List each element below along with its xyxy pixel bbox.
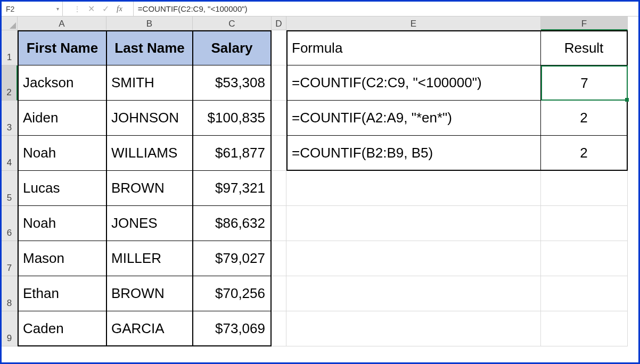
cell-E2[interactable]: =COUNTIF(C2:C9, "<100000") bbox=[286, 65, 541, 101]
fx-icon[interactable]: fx bbox=[117, 4, 122, 13]
col-head-C[interactable]: C bbox=[193, 16, 272, 30]
col-head-D[interactable]: D bbox=[272, 16, 286, 30]
more-icon: ⋮ bbox=[73, 5, 80, 13]
cell-D2[interactable] bbox=[272, 65, 286, 101]
formula-text: =COUNTIF(C2:C9, "<100000") bbox=[138, 4, 248, 13]
cell-B4[interactable]: WILLIAMS bbox=[106, 136, 193, 171]
cell-D7[interactable] bbox=[272, 241, 286, 276]
cell-D4[interactable] bbox=[272, 136, 286, 171]
cell-E3[interactable]: =COUNTIF(A2:A9, "*en*") bbox=[286, 101, 541, 136]
row-head-4[interactable]: 4 bbox=[2, 136, 18, 171]
cell-F9[interactable] bbox=[541, 311, 628, 346]
cell-E6[interactable] bbox=[286, 206, 541, 241]
col-head-E[interactable]: E bbox=[286, 16, 541, 30]
cell-D5[interactable] bbox=[272, 171, 286, 206]
cancel-icon[interactable]: ✕ bbox=[88, 4, 95, 14]
cell-C3[interactable]: $100,835 bbox=[193, 101, 272, 136]
cell-A3[interactable]: Aiden bbox=[18, 101, 106, 136]
formula-bar: F2 ▾ ⋮ ✕ ✓ fx =COUNTIF(C2:C9, "<100000") bbox=[2, 2, 638, 16]
cell-D9[interactable] bbox=[272, 311, 286, 346]
col-head-A[interactable]: A bbox=[18, 16, 106, 30]
formula-input[interactable]: =COUNTIF(C2:C9, "<100000") bbox=[134, 2, 638, 16]
row-head-9[interactable]: 9 bbox=[2, 311, 18, 346]
cell-F5[interactable] bbox=[541, 171, 628, 206]
cell-A8[interactable]: Ethan bbox=[18, 276, 106, 311]
cell-A9[interactable]: Caden bbox=[18, 311, 106, 346]
cell-E5[interactable] bbox=[286, 171, 541, 206]
formula-bar-buttons: ⋮ ✕ ✓ fx bbox=[63, 2, 134, 16]
cell-F8[interactable] bbox=[541, 276, 628, 311]
name-box-value: F2 bbox=[6, 5, 14, 13]
row-head-8[interactable]: 8 bbox=[2, 276, 18, 311]
row-head-2[interactable]: 2 bbox=[2, 65, 18, 101]
cell-E1[interactable]: Formula bbox=[286, 30, 541, 65]
cell-D8[interactable] bbox=[272, 276, 286, 311]
cell-D1[interactable] bbox=[272, 30, 286, 65]
col-head-B[interactable]: B bbox=[106, 16, 193, 30]
cell-A7[interactable]: Mason bbox=[18, 241, 106, 276]
cell-B1[interactable]: Last Name bbox=[106, 30, 193, 65]
cell-D3[interactable] bbox=[272, 101, 286, 136]
cell-F2[interactable]: 7 bbox=[541, 65, 628, 101]
cell-C1[interactable]: Salary bbox=[193, 30, 272, 65]
cell-A5[interactable]: Lucas bbox=[18, 171, 106, 206]
cell-F7[interactable] bbox=[541, 241, 628, 276]
row-head-7[interactable]: 7 bbox=[2, 241, 18, 276]
cell-B9[interactable]: GARCIA bbox=[106, 311, 193, 346]
cell-E9[interactable] bbox=[286, 311, 541, 346]
row-head-5[interactable]: 5 bbox=[2, 171, 18, 206]
cell-F6[interactable] bbox=[541, 206, 628, 241]
spreadsheet-grid[interactable]: A B C D E F 1 First Name Last Name Salar… bbox=[2, 16, 638, 346]
cell-A2[interactable]: Jackson bbox=[18, 65, 106, 101]
select-all-corner[interactable] bbox=[2, 16, 18, 30]
cell-D6[interactable] bbox=[272, 206, 286, 241]
cell-B8[interactable]: BROWN bbox=[106, 276, 193, 311]
cell-B7[interactable]: MILLER bbox=[106, 241, 193, 276]
cell-F3[interactable]: 2 bbox=[541, 101, 628, 136]
cell-E4[interactable]: =COUNTIF(B2:B9, B5) bbox=[286, 136, 541, 171]
cell-C9[interactable]: $73,069 bbox=[193, 311, 272, 346]
cell-E7[interactable] bbox=[286, 241, 541, 276]
cell-A1[interactable]: First Name bbox=[18, 30, 106, 65]
row-head-6[interactable]: 6 bbox=[2, 206, 18, 241]
dropdown-icon[interactable]: ▾ bbox=[56, 6, 59, 12]
cell-C7[interactable]: $79,027 bbox=[193, 241, 272, 276]
cell-C2[interactable]: $53,308 bbox=[193, 65, 272, 101]
cell-B2[interactable]: SMITH bbox=[106, 65, 193, 101]
cell-C4[interactable]: $61,877 bbox=[193, 136, 272, 171]
name-box[interactable]: F2 ▾ bbox=[2, 2, 63, 16]
cell-B6[interactable]: JONES bbox=[106, 206, 193, 241]
col-head-F[interactable]: F bbox=[541, 16, 628, 30]
cell-E8[interactable] bbox=[286, 276, 541, 311]
cell-A4[interactable]: Noah bbox=[18, 136, 106, 171]
cell-F1[interactable]: Result bbox=[541, 30, 628, 65]
cell-C8[interactable]: $70,256 bbox=[193, 276, 272, 311]
cell-C5[interactable]: $97,321 bbox=[193, 171, 272, 206]
cell-C6[interactable]: $86,632 bbox=[193, 206, 272, 241]
row-head-1[interactable]: 1 bbox=[2, 30, 18, 65]
cell-F4[interactable]: 2 bbox=[541, 136, 628, 171]
cell-B5[interactable]: BROWN bbox=[106, 171, 193, 206]
cell-B3[interactable]: JOHNSON bbox=[106, 101, 193, 136]
row-head-3[interactable]: 3 bbox=[2, 101, 18, 136]
enter-icon[interactable]: ✓ bbox=[102, 4, 109, 14]
cell-A6[interactable]: Noah bbox=[18, 206, 106, 241]
